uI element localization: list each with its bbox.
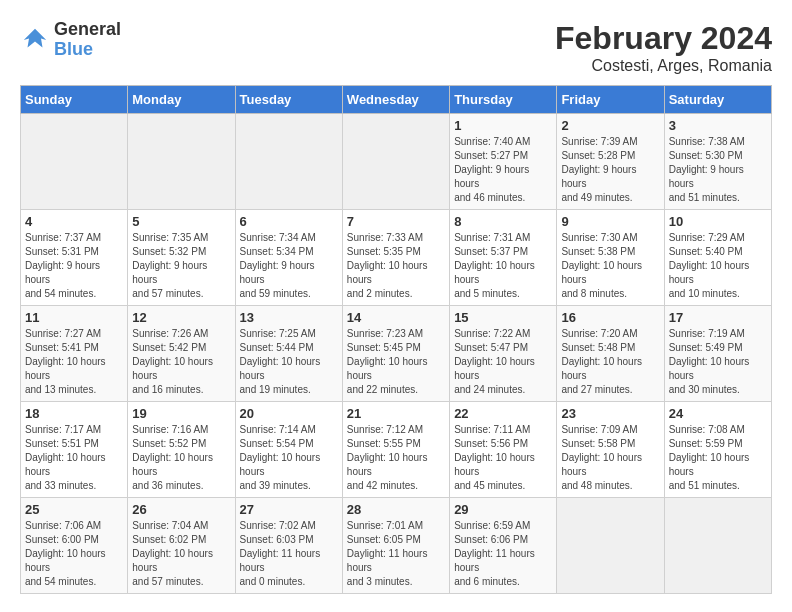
day-number: 5 <box>132 214 230 229</box>
week-row-3: 18Sunrise: 7:17 AMSunset: 5:51 PMDayligh… <box>21 402 772 498</box>
day-number: 3 <box>669 118 767 133</box>
calendar-cell: 15Sunrise: 7:22 AMSunset: 5:47 PMDayligh… <box>450 306 557 402</box>
day-info: Sunrise: 7:23 AMSunset: 5:45 PMDaylight:… <box>347 327 445 397</box>
day-info: Sunrise: 7:11 AMSunset: 5:56 PMDaylight:… <box>454 423 552 493</box>
day-number: 9 <box>561 214 659 229</box>
calendar-cell: 17Sunrise: 7:19 AMSunset: 5:49 PMDayligh… <box>664 306 771 402</box>
day-number: 25 <box>25 502 123 517</box>
calendar-cell: 20Sunrise: 7:14 AMSunset: 5:54 PMDayligh… <box>235 402 342 498</box>
day-number: 4 <box>25 214 123 229</box>
day-number: 10 <box>669 214 767 229</box>
day-number: 24 <box>669 406 767 421</box>
calendar-cell: 26Sunrise: 7:04 AMSunset: 6:02 PMDayligh… <box>128 498 235 594</box>
header-wednesday: Wednesday <box>342 86 449 114</box>
day-number: 16 <box>561 310 659 325</box>
calendar-cell <box>664 498 771 594</box>
day-number: 20 <box>240 406 338 421</box>
calendar-cell <box>235 114 342 210</box>
day-info: Sunrise: 7:12 AMSunset: 5:55 PMDaylight:… <box>347 423 445 493</box>
calendar-cell: 12Sunrise: 7:26 AMSunset: 5:42 PMDayligh… <box>128 306 235 402</box>
day-info: Sunrise: 7:14 AMSunset: 5:54 PMDaylight:… <box>240 423 338 493</box>
page-subtitle: Costesti, Arges, Romania <box>555 57 772 75</box>
calendar-cell: 5Sunrise: 7:35 AMSunset: 5:32 PMDaylight… <box>128 210 235 306</box>
day-info: Sunrise: 7:22 AMSunset: 5:47 PMDaylight:… <box>454 327 552 397</box>
day-info: Sunrise: 7:25 AMSunset: 5:44 PMDaylight:… <box>240 327 338 397</box>
day-number: 6 <box>240 214 338 229</box>
day-number: 27 <box>240 502 338 517</box>
calendar-cell: 10Sunrise: 7:29 AMSunset: 5:40 PMDayligh… <box>664 210 771 306</box>
day-number: 26 <box>132 502 230 517</box>
week-row-0: 1Sunrise: 7:40 AMSunset: 5:27 PMDaylight… <box>21 114 772 210</box>
week-row-1: 4Sunrise: 7:37 AMSunset: 5:31 PMDaylight… <box>21 210 772 306</box>
day-info: Sunrise: 7:04 AMSunset: 6:02 PMDaylight:… <box>132 519 230 589</box>
day-number: 2 <box>561 118 659 133</box>
day-info: Sunrise: 7:08 AMSunset: 5:59 PMDaylight:… <box>669 423 767 493</box>
day-info: Sunrise: 7:02 AMSunset: 6:03 PMDaylight:… <box>240 519 338 589</box>
day-info: Sunrise: 7:26 AMSunset: 5:42 PMDaylight:… <box>132 327 230 397</box>
day-info: Sunrise: 7:34 AMSunset: 5:34 PMDaylight:… <box>240 231 338 301</box>
calendar-cell <box>21 114 128 210</box>
day-info: Sunrise: 7:39 AMSunset: 5:28 PMDaylight:… <box>561 135 659 205</box>
day-number: 29 <box>454 502 552 517</box>
day-number: 19 <box>132 406 230 421</box>
page-title: February 2024 <box>555 20 772 57</box>
calendar-cell: 19Sunrise: 7:16 AMSunset: 5:52 PMDayligh… <box>128 402 235 498</box>
day-number: 7 <box>347 214 445 229</box>
calendar-cell: 21Sunrise: 7:12 AMSunset: 5:55 PMDayligh… <box>342 402 449 498</box>
logo: General Blue <box>20 20 121 60</box>
header-row: SundayMondayTuesdayWednesdayThursdayFrid… <box>21 86 772 114</box>
day-info: Sunrise: 7:40 AMSunset: 5:27 PMDaylight:… <box>454 135 552 205</box>
day-number: 13 <box>240 310 338 325</box>
header-monday: Monday <box>128 86 235 114</box>
calendar-cell <box>342 114 449 210</box>
calendar-cell: 7Sunrise: 7:33 AMSunset: 5:35 PMDaylight… <box>342 210 449 306</box>
calendar-cell: 16Sunrise: 7:20 AMSunset: 5:48 PMDayligh… <box>557 306 664 402</box>
calendar-cell: 22Sunrise: 7:11 AMSunset: 5:56 PMDayligh… <box>450 402 557 498</box>
logo-text: General Blue <box>54 20 121 60</box>
svg-marker-0 <box>24 29 47 48</box>
calendar-cell: 27Sunrise: 7:02 AMSunset: 6:03 PMDayligh… <box>235 498 342 594</box>
logo-icon <box>20 25 50 55</box>
header-saturday: Saturday <box>664 86 771 114</box>
day-info: Sunrise: 7:33 AMSunset: 5:35 PMDaylight:… <box>347 231 445 301</box>
calendar-cell <box>128 114 235 210</box>
header-tuesday: Tuesday <box>235 86 342 114</box>
day-info: Sunrise: 7:09 AMSunset: 5:58 PMDaylight:… <box>561 423 659 493</box>
day-number: 1 <box>454 118 552 133</box>
header-thursday: Thursday <box>450 86 557 114</box>
day-number: 18 <box>25 406 123 421</box>
day-number: 23 <box>561 406 659 421</box>
day-number: 14 <box>347 310 445 325</box>
day-info: Sunrise: 7:20 AMSunset: 5:48 PMDaylight:… <box>561 327 659 397</box>
header-sunday: Sunday <box>21 86 128 114</box>
week-row-4: 25Sunrise: 7:06 AMSunset: 6:00 PMDayligh… <box>21 498 772 594</box>
day-info: Sunrise: 7:37 AMSunset: 5:31 PMDaylight:… <box>25 231 123 301</box>
calendar-table: SundayMondayTuesdayWednesdayThursdayFrid… <box>20 85 772 594</box>
day-number: 21 <box>347 406 445 421</box>
day-number: 28 <box>347 502 445 517</box>
day-info: Sunrise: 7:01 AMSunset: 6:05 PMDaylight:… <box>347 519 445 589</box>
calendar-cell: 1Sunrise: 7:40 AMSunset: 5:27 PMDaylight… <box>450 114 557 210</box>
day-info: Sunrise: 7:29 AMSunset: 5:40 PMDaylight:… <box>669 231 767 301</box>
day-info: Sunrise: 7:16 AMSunset: 5:52 PMDaylight:… <box>132 423 230 493</box>
calendar-cell: 24Sunrise: 7:08 AMSunset: 5:59 PMDayligh… <box>664 402 771 498</box>
calendar-cell <box>557 498 664 594</box>
calendar-cell: 29Sunrise: 6:59 AMSunset: 6:06 PMDayligh… <box>450 498 557 594</box>
day-number: 15 <box>454 310 552 325</box>
day-info: Sunrise: 7:38 AMSunset: 5:30 PMDaylight:… <box>669 135 767 205</box>
day-info: Sunrise: 7:35 AMSunset: 5:32 PMDaylight:… <box>132 231 230 301</box>
calendar-cell: 13Sunrise: 7:25 AMSunset: 5:44 PMDayligh… <box>235 306 342 402</box>
day-info: Sunrise: 6:59 AMSunset: 6:06 PMDaylight:… <box>454 519 552 589</box>
day-info: Sunrise: 7:06 AMSunset: 6:00 PMDaylight:… <box>25 519 123 589</box>
week-row-2: 11Sunrise: 7:27 AMSunset: 5:41 PMDayligh… <box>21 306 772 402</box>
calendar-cell: 6Sunrise: 7:34 AMSunset: 5:34 PMDaylight… <box>235 210 342 306</box>
header-friday: Friday <box>557 86 664 114</box>
title-block: February 2024 Costesti, Arges, Romania <box>555 20 772 75</box>
calendar-cell: 8Sunrise: 7:31 AMSunset: 5:37 PMDaylight… <box>450 210 557 306</box>
calendar-cell: 28Sunrise: 7:01 AMSunset: 6:05 PMDayligh… <box>342 498 449 594</box>
day-info: Sunrise: 7:31 AMSunset: 5:37 PMDaylight:… <box>454 231 552 301</box>
day-number: 17 <box>669 310 767 325</box>
day-number: 11 <box>25 310 123 325</box>
calendar-cell: 3Sunrise: 7:38 AMSunset: 5:30 PMDaylight… <box>664 114 771 210</box>
calendar-cell: 18Sunrise: 7:17 AMSunset: 5:51 PMDayligh… <box>21 402 128 498</box>
